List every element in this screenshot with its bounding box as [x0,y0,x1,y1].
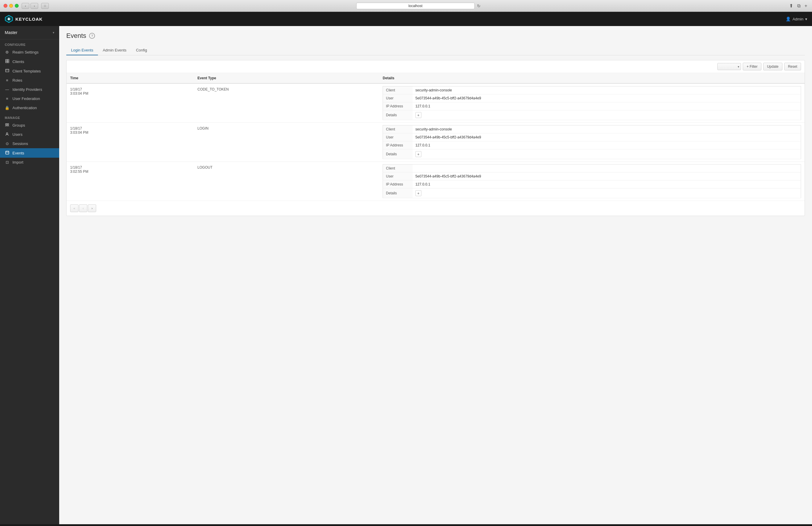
details-cell: ClientUser5e073544-a49b-45c5-bff2-a43679… [379,162,804,201]
detail-value: 5e073544-a49b-45c5-bff2-a43679d4a4e9 [412,94,801,102]
col-header-time: Time [67,73,194,84]
top-nav: KEYCLOAK 👤 Admin ▾ [0,12,812,26]
users-icon [5,132,10,137]
sidebar-item-label-realm-settings: Realm Settings [12,50,39,55]
events-icon [5,150,10,155]
detail-row: Clientsecurity-admin-console [383,126,801,133]
sidebar-item-client-templates[interactable]: Client Templates [0,66,59,76]
filter-button[interactable]: + Filter [743,63,762,70]
detail-key: Client [383,164,412,173]
time-cell: 1/18/173:03:04 PM [67,84,99,99]
reset-button[interactable]: Reset [784,63,801,70]
help-icon[interactable]: ? [89,33,95,39]
realm-chevron-icon: ▾ [53,31,55,34]
app-container: KEYCLOAK 👤 Admin ▾ Master ▾ Configure ⚙ … [0,12,812,524]
sidebar-item-roles[interactable]: ≡ Roles [0,76,59,85]
panel-toolbar: + Filter Update Reset [67,60,804,73]
sidebar-item-label-clients: Clients [12,59,24,64]
new-tab-button[interactable]: ⧉ [796,2,802,9]
pagination-first-button[interactable]: « [70,204,78,212]
svg-rect-8 [5,69,9,72]
tab-admin-events[interactable]: Admin Events [98,46,131,55]
detail-key: Details [383,188,412,198]
sidebar-item-label-groups: Groups [12,123,25,128]
tab-config[interactable]: Config [131,46,152,55]
sidebar-item-realm-settings[interactable]: ⚙ Realm Settings [0,48,59,57]
detail-row: IP Address127.0.0.1 [383,180,801,188]
update-button[interactable]: Update [763,63,782,70]
detail-key: Client [383,126,412,133]
sidebar-item-groups[interactable]: Groups [0,121,59,130]
groups-icon [5,123,10,128]
detail-row: IP Address127.0.0.1 [383,142,801,149]
refresh-icon[interactable]: ↻ [477,3,481,8]
share-button[interactable]: ⬆ [788,2,794,9]
detail-row: User5e073544-a49b-45c5-bff2-a43679d4a4e9 [383,133,801,142]
detail-value: security-admin-console [412,86,801,94]
minimize-button[interactable] [9,4,13,8]
sidebar-item-sessions[interactable]: ⊙ Sessions [0,139,59,148]
table-row: 1/18/173:03:04 PMCODE_TO_TOKENClientsecu… [67,84,804,123]
detail-value: + [412,149,801,159]
filter-dropdown-wrapper [717,63,741,70]
back-button[interactable]: ‹ [21,3,29,9]
expand-details-button[interactable]: + [416,190,421,196]
detail-value: 127.0.0.1 [412,142,801,149]
detail-key: User [383,133,412,142]
sessions-icon: ⊙ [5,142,10,146]
svg-rect-6 [5,61,7,63]
detail-row: User5e073544-a49b-45c5-bff2-a43679d4a4e9 [383,94,801,102]
sidebar-item-user-federation[interactable]: ≡ User Federation [0,94,59,103]
col-header-event-type: Event Type [194,73,379,84]
sidebar-item-authentication[interactable]: 🔒 Authentication [0,103,59,113]
sidebar-item-label-events: Events [12,151,24,155]
event-type-cell: LOGOUT [194,162,241,173]
pagination-next-button[interactable]: › [88,204,96,212]
keycloak-logo-icon [5,15,13,23]
table-row: 1/18/173:03:04 PMLOGINClientsecurity-adm… [67,123,804,162]
col-header-details: Details [379,73,804,84]
time-cell: 1/18/173:02:55 PM [67,162,99,177]
filter-select[interactable] [717,63,741,70]
detail-row: Details+ [383,188,801,198]
sidebar-item-users[interactable]: Users [0,130,59,139]
pagination-prev-button[interactable]: ‹ [79,204,87,212]
details-table: Clientsecurity-admin-consoleUser5e073544… [382,125,801,159]
detail-value: + [412,110,801,120]
forward-button[interactable]: › [30,3,38,9]
admin-chevron-icon: ▾ [805,17,807,21]
sidebar-item-label-identity-providers: Identity Providers [12,87,42,92]
roles-icon: ≡ [5,78,10,83]
maximize-button[interactable] [15,4,19,8]
expand-details-button[interactable]: + [416,112,421,118]
sidebar-item-identity-providers[interactable]: — Identity Providers [0,85,59,94]
sidebar-item-label-user-federation: User Federation [12,97,40,101]
logo-area: KEYCLOAK [5,15,43,23]
detail-value: 127.0.0.1 [412,102,801,110]
user-federation-icon: ≡ [5,97,10,101]
svg-rect-5 [8,59,9,61]
sidebar-item-clients[interactable]: Clients [0,57,59,66]
identity-providers-icon: — [5,87,10,92]
expand-details-button[interactable]: + [416,151,421,157]
page-title: Events [66,32,86,40]
add-button[interactable]: + [803,2,809,9]
events-table: Time Event Type Details 1/18/173:03:04 P… [67,73,804,201]
details-cell: Clientsecurity-admin-consoleUser5e073544… [379,123,804,162]
close-button[interactable] [3,4,8,8]
admin-menu[interactable]: 👤 Admin ▾ [786,17,807,21]
svg-rect-3 [8,19,10,19]
tabs: Login Events Admin Events Config [66,46,805,55]
main-layout: Master ▾ Configure ⚙ Realm Settings Clie… [0,26,812,524]
configure-section-label: Configure [0,39,59,48]
sidebar-item-events[interactable]: Events [0,148,59,158]
url-bar[interactable]: localhost [356,3,475,9]
details-table: ClientUser5e073544-a49b-45c5-bff2-a43679… [382,164,801,198]
realm-name: Master [5,30,17,35]
realm-selector[interactable]: Master ▾ [0,26,59,39]
detail-row: Details+ [383,149,801,159]
window-mode-button[interactable]: □ [41,3,49,9]
sidebar-item-import[interactable]: ⊡ Import [0,158,59,167]
tab-login-events[interactable]: Login Events [66,46,98,55]
detail-row: Details+ [383,110,801,120]
